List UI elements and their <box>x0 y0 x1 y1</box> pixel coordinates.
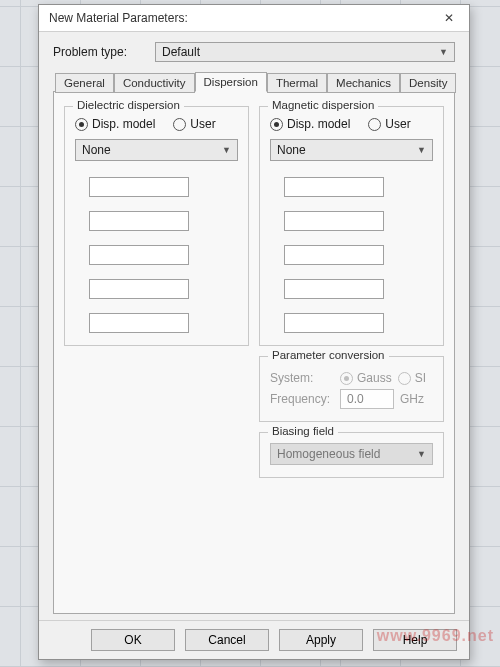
group-dielectric-dispersion: Dielectric dispersion Disp. model User <box>64 106 249 346</box>
radio-label: SI <box>415 371 426 385</box>
cancel-button[interactable]: Cancel <box>185 629 269 651</box>
radio-label: User <box>385 117 410 131</box>
biasing-field-select[interactable]: Homogeneous field ▼ <box>270 443 433 465</box>
radio-icon <box>270 118 283 131</box>
tab-dispersion[interactable]: Dispersion <box>195 72 267 92</box>
dielectric-user-radio[interactable]: User <box>173 117 215 131</box>
dialog-new-material-parameters: New Material Parameters: ✕ Problem type:… <box>38 4 470 660</box>
magnetic-field-2[interactable] <box>284 211 384 231</box>
frequency-input[interactable] <box>340 389 394 409</box>
group-legend: Dielectric dispersion <box>73 99 184 111</box>
tab-thermal[interactable]: Thermal <box>267 73 327 93</box>
group-legend: Parameter conversion <box>268 349 389 361</box>
chevron-down-icon: ▼ <box>417 145 426 155</box>
chevron-down-icon: ▼ <box>417 449 426 459</box>
dielectric-field-1[interactable] <box>89 177 189 197</box>
si-radio[interactable]: SI <box>398 371 426 385</box>
help-button[interactable]: Help <box>373 629 457 651</box>
titlebar[interactable]: New Material Parameters: ✕ <box>39 5 469 32</box>
window-title: New Material Parameters: <box>49 11 188 25</box>
dielectric-field-3[interactable] <box>89 245 189 265</box>
system-label: System: <box>270 371 334 385</box>
dielectric-disp-model-radio[interactable]: Disp. model <box>75 117 155 131</box>
tab-conductivity[interactable]: Conductivity <box>114 73 195 93</box>
group-parameter-conversion: Parameter conversion System: Gauss SI <box>259 356 444 422</box>
dielectric-model-value: None <box>82 143 111 157</box>
magnetic-model-select[interactable]: None ▼ <box>270 139 433 161</box>
magnetic-disp-model-radio[interactable]: Disp. model <box>270 117 350 131</box>
frequency-label: Frequency: <box>270 392 334 406</box>
problem-type-row: Problem type: Default ▼ <box>53 42 455 62</box>
magnetic-field-5[interactable] <box>284 313 384 333</box>
radio-icon <box>398 372 411 385</box>
group-legend: Biasing field <box>268 425 338 437</box>
chevron-down-icon: ▼ <box>439 47 448 57</box>
dialog-button-bar: OK Cancel Apply Help <box>39 620 469 659</box>
frequency-unit: GHz <box>400 392 424 406</box>
close-icon[interactable]: ✕ <box>435 8 463 28</box>
dielectric-field-4[interactable] <box>89 279 189 299</box>
tab-general[interactable]: General <box>55 73 114 93</box>
apply-button[interactable]: Apply <box>279 629 363 651</box>
radio-icon <box>75 118 88 131</box>
radio-icon <box>173 118 186 131</box>
dielectric-field-5[interactable] <box>89 313 189 333</box>
magnetic-field-1[interactable] <box>284 177 384 197</box>
tab-density[interactable]: Density <box>400 73 456 93</box>
magnetic-field-3[interactable] <box>284 245 384 265</box>
radio-label: Gauss <box>357 371 392 385</box>
tabs: General Conductivity Dispersion Thermal … <box>53 72 455 92</box>
radio-label: Disp. model <box>92 117 155 131</box>
problem-type-value: Default <box>162 45 200 59</box>
magnetic-model-value: None <box>277 143 306 157</box>
dielectric-field-2[interactable] <box>89 211 189 231</box>
radio-icon <box>340 372 353 385</box>
tab-content-dispersion: Dielectric dispersion Disp. model User <box>53 91 455 614</box>
gauss-radio[interactable]: Gauss <box>340 371 392 385</box>
radio-icon <box>368 118 381 131</box>
problem-type-label: Problem type: <box>53 45 145 59</box>
group-magnetic-dispersion: Magnetic dispersion Disp. model User <box>259 106 444 346</box>
group-legend: Magnetic dispersion <box>268 99 378 111</box>
group-biasing-field: Biasing field Homogeneous field ▼ <box>259 432 444 478</box>
magnetic-field-4[interactable] <box>284 279 384 299</box>
problem-type-select[interactable]: Default ▼ <box>155 42 455 62</box>
radio-label: User <box>190 117 215 131</box>
magnetic-user-radio[interactable]: User <box>368 117 410 131</box>
radio-label: Disp. model <box>287 117 350 131</box>
biasing-field-value: Homogeneous field <box>277 447 380 461</box>
tab-mechanics[interactable]: Mechanics <box>327 73 400 93</box>
ok-button[interactable]: OK <box>91 629 175 651</box>
chevron-down-icon: ▼ <box>222 145 231 155</box>
dielectric-model-select[interactable]: None ▼ <box>75 139 238 161</box>
